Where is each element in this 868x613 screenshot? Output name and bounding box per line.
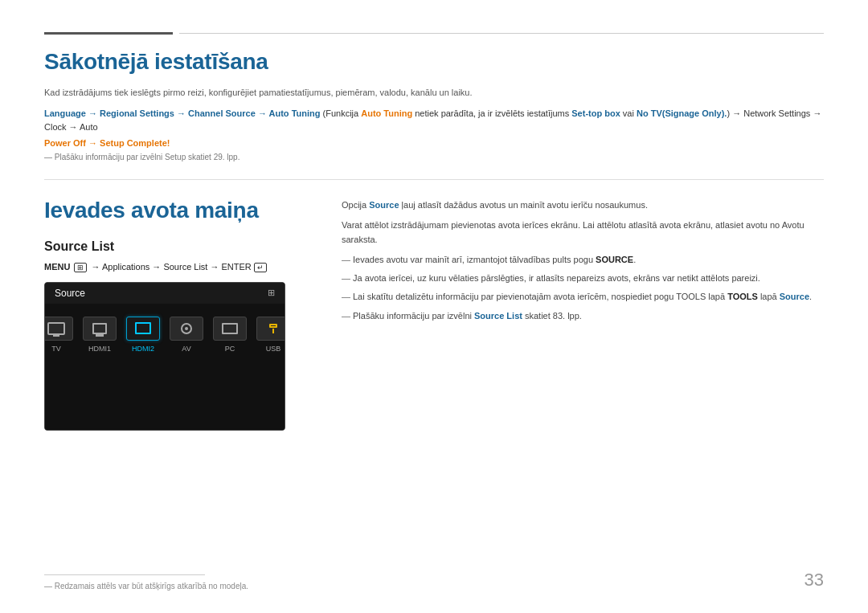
- pc-label: PC: [225, 345, 235, 353]
- subsection-title: Source List: [44, 239, 309, 254]
- top-line-dark: [44, 32, 173, 35]
- menu-path: MENU ⊞ → Applications → Source List → EN…: [44, 262, 309, 272]
- bullet3-source: Source: [780, 292, 809, 301]
- right-column: Opcija Source ļauj atlasīt dažādus avotu…: [342, 198, 824, 327]
- hdmi2-icon: [135, 322, 151, 334]
- source-panel-bottom: [45, 366, 285, 430]
- flow-text: Language → Regional Settings → Channel S…: [44, 107, 824, 135]
- section-2-title: Ievades avota maiņa: [44, 198, 309, 223]
- flow-channel-source: Channel Source: [188, 108, 256, 118]
- page-number: 33: [805, 570, 824, 591]
- intro-text: Kad izstrādājums tiek ieslēgts pirmo rei…: [44, 86, 824, 100]
- usb-icon-stem: [272, 329, 274, 333]
- para1-pre: Opcija: [342, 200, 369, 210]
- page-container: Sākotnējā iestatīšana Kad izstrādājums t…: [0, 0, 868, 613]
- section-2: Ievades avota maiņa Source List MENU ⊞ →…: [44, 198, 824, 431]
- flow-no-tv: No TV(Signage Only).: [637, 108, 727, 118]
- top-decorative-lines: [44, 32, 824, 35]
- menu-path-text: → Applications → Source List → ENTER: [92, 262, 254, 272]
- para1-post: ļauj atlasīt dažādus avotus un mainīt av…: [399, 200, 648, 210]
- bullet3-tools: TOOLS: [727, 292, 758, 301]
- hdmi2-icon-box: [126, 317, 160, 341]
- flow-part3: (Funkcija: [320, 108, 361, 118]
- bullet-1: Ievades avotu var mainīt arī, izmantojot…: [342, 252, 824, 267]
- tv-icon: [47, 322, 65, 335]
- source-panel: Source ⊞ TV: [44, 282, 285, 431]
- right-para-1: Opcija Source ļauj atlasīt dažādus avotu…: [342, 198, 824, 212]
- source-bold-1: SOURCE: [596, 255, 633, 264]
- av-icon: [181, 323, 192, 334]
- hdmi2-label: HDMI2: [132, 345, 154, 353]
- bottom-note: ― Redzamais attēls var būt atšķirīgs atk…: [44, 582, 824, 591]
- tv-label: TV: [51, 345, 61, 353]
- source-item-tv[interactable]: TV: [44, 317, 75, 353]
- source-panel-body[interactable]: TV HDMI1 HDMI2: [45, 304, 285, 366]
- power-off-line: Power Off → Setup Complete!: [44, 138, 824, 148]
- section-1: Sākotnējā iestatīšana Kad izstrādājums t…: [44, 49, 824, 161]
- menu-label: MENU: [44, 262, 70, 272]
- flow-part5: vai: [620, 108, 637, 118]
- source-item-hdmi1[interactable]: HDMI1: [81, 317, 118, 353]
- usb-icon-box: [256, 317, 285, 341]
- flow-part1: Language → Regional Settings →: [44, 108, 188, 118]
- section1-footnote: ― Plašāku informāciju par izvēlni Setup …: [44, 153, 824, 161]
- bullet-4: Plašāku informāciju par izvēlni Source L…: [342, 309, 824, 323]
- usb-icon: [269, 324, 277, 333]
- bottom-divider: [44, 574, 205, 575]
- usb-icon-head: [269, 324, 277, 328]
- right-para-2: Varat attēlot izstrādājumam pievienotas …: [342, 218, 824, 247]
- bullet3-pre: Lai skatītu detalizētu informāciju par p…: [353, 292, 727, 301]
- flow-part2: →: [256, 108, 269, 118]
- mid-divider: [44, 179, 824, 180]
- hdmi1-label: HDMI1: [88, 345, 111, 353]
- menu-icon: ⊞: [74, 263, 87, 272]
- source-item-usb[interactable]: USB: [255, 317, 285, 353]
- source-panel-header: Source ⊞: [45, 283, 285, 304]
- av-icon-box: [170, 317, 203, 341]
- flow-part4: netiek parādīta, ja ir izvēlēts iestatīj…: [412, 108, 571, 118]
- source-panel-title: Source: [55, 288, 85, 299]
- enter-icon: ↵: [254, 263, 267, 272]
- flow-auto-tuning: Auto Tuning: [269, 108, 321, 118]
- source-item-av[interactable]: AV: [168, 317, 205, 353]
- left-column: Ievades avota maiņa Source List MENU ⊞ →…: [44, 198, 309, 431]
- bullet-3: Lai skatītu detalizētu informāciju par p…: [342, 289, 824, 304]
- hdmi1-icon: [92, 323, 107, 334]
- bullet-2: Ja avota ierīcei, uz kuru vēlaties pārsl…: [342, 271, 824, 285]
- source-item-hdmi2[interactable]: HDMI2: [125, 317, 162, 353]
- bottom-area: ― Redzamais attēls var būt atšķirīgs atk…: [44, 574, 824, 591]
- tools-icon: ⊞: [268, 288, 275, 298]
- source-item-pc[interactable]: PC: [211, 317, 248, 353]
- hdmi1-icon-box: [83, 317, 117, 341]
- pc-icon: [222, 323, 238, 334]
- top-line-light: [179, 33, 824, 34]
- flow-set-top-box: Set-top box: [571, 108, 620, 118]
- tv-icon-box: [44, 317, 73, 341]
- flow-auto-tuning2: Auto Tuning: [361, 108, 412, 118]
- bullet4-source-list: Source List: [474, 311, 522, 321]
- pc-icon-box: [213, 317, 247, 341]
- para1-source: Source: [369, 200, 399, 210]
- av-label: AV: [182, 345, 190, 353]
- section-1-title: Sākotnējā iestatīšana: [44, 49, 824, 75]
- usb-label: USB: [266, 345, 281, 353]
